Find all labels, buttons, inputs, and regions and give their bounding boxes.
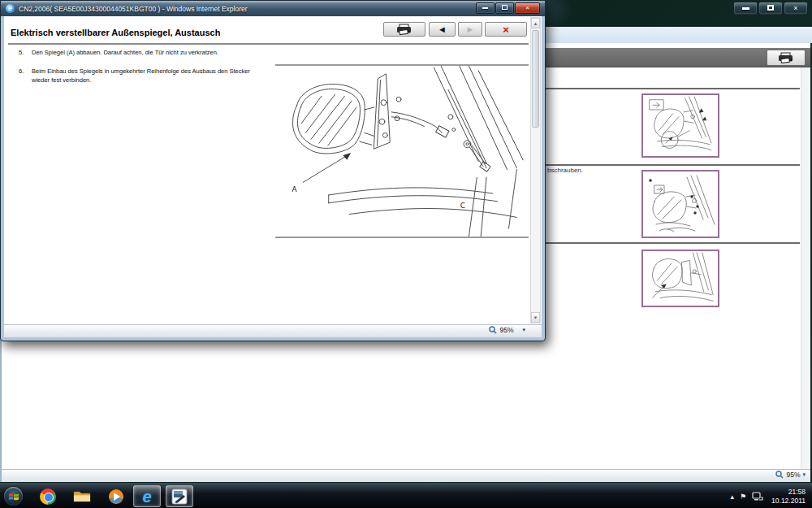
scroll-down-icon: ▼ <box>533 315 538 320</box>
bg-zoom-control[interactable]: 95% ▾ <box>775 471 806 479</box>
taskbar-imageviewer-button[interactable] <box>166 485 193 507</box>
mirror-thumbnail-1[interactable] <box>641 93 719 158</box>
taskbar-chrome-button[interactable] <box>34 485 62 507</box>
fg-zoom-control[interactable]: 95% ▾ <box>489 326 525 334</box>
mirror-thumbnail-2[interactable] <box>641 170 719 238</box>
chevron-down-icon: ▾ <box>802 471 806 478</box>
scrollbar-thumb[interactable] <box>532 30 539 128</box>
step-5: 5. Den Spiegel (A) abbauen. Darauf achte… <box>19 49 218 58</box>
system-tray: ▴ ⚑ 21:58 10.12.2011 <box>730 484 809 508</box>
fg-page: Elektrisch verstellbarer Außenspiegel, A… <box>4 16 542 337</box>
figure-label-c: C <box>460 202 465 210</box>
figure-label-a: A <box>292 185 297 193</box>
close-x-icon: × <box>503 24 509 36</box>
fg-window: e CN2,2006( SEA5E00J34300044051KBGT00 ) … <box>0 0 546 341</box>
taskbar-explorer-button[interactable] <box>68 485 96 507</box>
minimize-icon <box>742 7 749 10</box>
restore-icon <box>767 5 774 11</box>
bg-zoom-level: 95% <box>786 471 800 479</box>
fg-window-title: CN2,2006( SEA5E00J34300044051KBGT00 ) - … <box>19 5 248 13</box>
fg-scrollbar[interactable]: ▲ ▼ <box>530 17 541 323</box>
bg-restore-button[interactable] <box>758 2 783 15</box>
taskbar-ie-button[interactable]: e <box>133 485 161 507</box>
close-icon: × <box>793 4 797 12</box>
scroll-up-button[interactable]: ▲ <box>531 18 540 28</box>
back-button[interactable]: ◄ <box>429 22 456 37</box>
step-text: Den Spiegel (A) abbauen. Darauf achten, … <box>32 49 218 58</box>
step-text: Beim Einbau des Spiegels in umgekehrter … <box>32 67 262 85</box>
forward-button-disabled[interactable]: ► <box>458 22 482 37</box>
fg-window-caption-buttons: × <box>476 2 540 14</box>
printer-icon <box>777 52 795 63</box>
fg-zoom-level: 95% <box>499 326 513 334</box>
tray-expand-icon[interactable]: ▴ <box>730 493 734 501</box>
chevron-down-icon: ▾ <box>522 327 525 333</box>
magnifier-icon <box>489 326 497 334</box>
taskbar: e ▴ ⚑ 21:58 10.12.2011 <box>0 483 812 508</box>
magnifier-icon <box>775 471 784 479</box>
mirror-thumbnail-3[interactable] <box>641 250 719 307</box>
chrome-icon <box>40 488 56 505</box>
scroll-down-button[interactable]: ▼ <box>531 312 540 323</box>
bg-close-button[interactable]: × <box>784 2 808 15</box>
printer-icon <box>395 24 413 35</box>
desktop: × bschrauben. <box>0 0 812 508</box>
close-icon: × <box>525 4 529 11</box>
bg-partial-text: bschrauben. <box>547 167 583 174</box>
page-title: Elektrisch verstellbarer Außenspiegel, A… <box>11 28 220 37</box>
windows-flag-icon <box>8 491 19 502</box>
minimize-icon <box>482 7 488 9</box>
bg-status-bar: 95% ▾ <box>2 469 810 482</box>
network-icon[interactable] <box>752 492 763 501</box>
print-button[interactable] <box>383 22 425 37</box>
bg-scrollbar[interactable] <box>801 67 810 469</box>
step-number: 6. <box>19 67 24 76</box>
ie-favicon: e <box>6 4 15 13</box>
step-6: 6. Beim Einbau des Spiegels in umgekehrt… <box>19 67 262 85</box>
bg-window-caption-buttons: × <box>733 2 808 15</box>
taskbar-mediaplayer-button[interactable] <box>102 485 130 507</box>
mirror-diagram: A C <box>275 64 529 238</box>
fg-close-button[interactable]: × <box>515 2 540 14</box>
action-center-flag-icon[interactable]: ⚑ <box>740 493 746 501</box>
bg-print-button[interactable] <box>767 50 806 66</box>
fg-title-bar[interactable]: e CN2,2006( SEA5E00J34300044051KBGT00 ) … <box>1 1 545 16</box>
step-number: 5. <box>19 49 24 58</box>
bg-minimize-button[interactable] <box>733 2 758 15</box>
back-arrow-icon: ◄ <box>438 24 447 34</box>
header-separator <box>8 43 529 45</box>
maximize-icon <box>502 5 508 10</box>
page-close-button[interactable]: × <box>485 22 527 37</box>
fg-maximize-button[interactable] <box>495 2 514 14</box>
fg-minimize-button[interactable] <box>476 2 495 14</box>
start-button[interactable] <box>4 487 23 506</box>
folder-icon <box>73 489 91 503</box>
scroll-up-icon: ▲ <box>533 21 538 26</box>
taskbar-clock[interactable]: 21:58 10.12.2011 <box>771 488 806 505</box>
fg-status-bar: 95% ▾ <box>4 324 542 337</box>
clock-date: 10.12.2011 <box>771 497 806 506</box>
ie-icon: e <box>142 488 151 505</box>
clock-time: 21:58 <box>771 488 806 497</box>
image-viewer-icon <box>171 488 188 505</box>
media-player-icon <box>108 488 124 505</box>
forward-arrow-icon: ► <box>466 24 475 34</box>
